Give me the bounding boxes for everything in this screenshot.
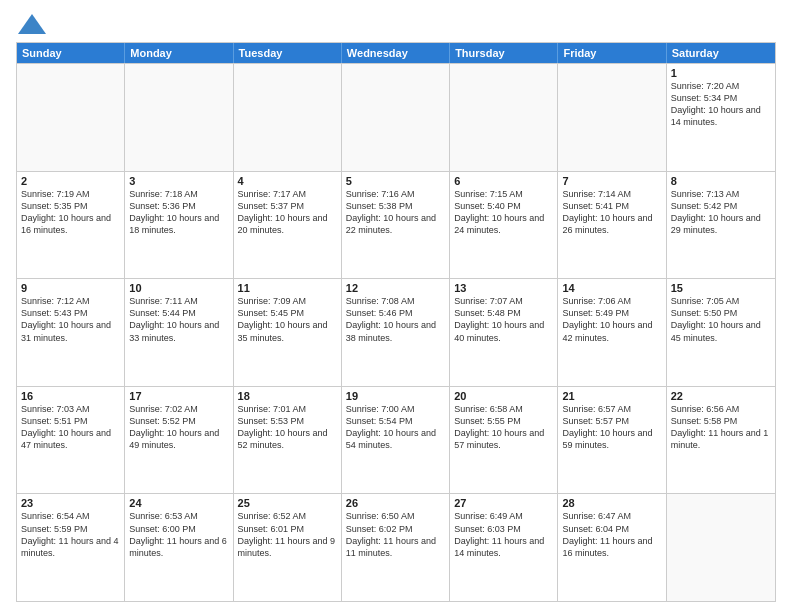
logo xyxy=(16,14,46,34)
day-number: 10 xyxy=(129,282,228,294)
calendar-row: 16Sunrise: 7:03 AM Sunset: 5:51 PM Dayli… xyxy=(17,386,775,494)
weekday-header: Sunday xyxy=(17,43,125,63)
calendar-cell: 6Sunrise: 7:15 AM Sunset: 5:40 PM Daylig… xyxy=(450,172,558,279)
day-info: Sunrise: 7:06 AM Sunset: 5:49 PM Dayligh… xyxy=(562,295,661,344)
calendar-cell: 7Sunrise: 7:14 AM Sunset: 5:41 PM Daylig… xyxy=(558,172,666,279)
day-info: Sunrise: 6:50 AM Sunset: 6:02 PM Dayligh… xyxy=(346,510,445,559)
day-info: Sunrise: 7:15 AM Sunset: 5:40 PM Dayligh… xyxy=(454,188,553,237)
calendar-cell xyxy=(667,494,775,601)
day-info: Sunrise: 7:03 AM Sunset: 5:51 PM Dayligh… xyxy=(21,403,120,452)
day-number: 1 xyxy=(671,67,771,79)
day-number: 3 xyxy=(129,175,228,187)
day-number: 15 xyxy=(671,282,771,294)
day-info: Sunrise: 7:20 AM Sunset: 5:34 PM Dayligh… xyxy=(671,80,771,129)
weekday-header: Friday xyxy=(558,43,666,63)
header xyxy=(16,14,776,34)
calendar-cell: 27Sunrise: 6:49 AM Sunset: 6:03 PM Dayli… xyxy=(450,494,558,601)
day-info: Sunrise: 7:17 AM Sunset: 5:37 PM Dayligh… xyxy=(238,188,337,237)
day-number: 28 xyxy=(562,497,661,509)
calendar-cell: 1Sunrise: 7:20 AM Sunset: 5:34 PM Daylig… xyxy=(667,64,775,171)
day-number: 19 xyxy=(346,390,445,402)
day-info: Sunrise: 7:00 AM Sunset: 5:54 PM Dayligh… xyxy=(346,403,445,452)
day-info: Sunrise: 7:13 AM Sunset: 5:42 PM Dayligh… xyxy=(671,188,771,237)
calendar-cell xyxy=(234,64,342,171)
calendar-cell: 16Sunrise: 7:03 AM Sunset: 5:51 PM Dayli… xyxy=(17,387,125,494)
day-info: Sunrise: 6:57 AM Sunset: 5:57 PM Dayligh… xyxy=(562,403,661,452)
calendar-body: 1Sunrise: 7:20 AM Sunset: 5:34 PM Daylig… xyxy=(17,63,775,601)
day-number: 2 xyxy=(21,175,120,187)
calendar-cell: 12Sunrise: 7:08 AM Sunset: 5:46 PM Dayli… xyxy=(342,279,450,386)
day-info: Sunrise: 7:11 AM Sunset: 5:44 PM Dayligh… xyxy=(129,295,228,344)
day-number: 8 xyxy=(671,175,771,187)
calendar-cell xyxy=(125,64,233,171)
calendar-cell: 22Sunrise: 6:56 AM Sunset: 5:58 PM Dayli… xyxy=(667,387,775,494)
day-number: 22 xyxy=(671,390,771,402)
calendar-cell: 5Sunrise: 7:16 AM Sunset: 5:38 PM Daylig… xyxy=(342,172,450,279)
day-number: 21 xyxy=(562,390,661,402)
weekday-header: Tuesday xyxy=(234,43,342,63)
day-number: 4 xyxy=(238,175,337,187)
day-info: Sunrise: 7:07 AM Sunset: 5:48 PM Dayligh… xyxy=(454,295,553,344)
calendar-cell: 24Sunrise: 6:53 AM Sunset: 6:00 PM Dayli… xyxy=(125,494,233,601)
calendar-cell: 9Sunrise: 7:12 AM Sunset: 5:43 PM Daylig… xyxy=(17,279,125,386)
day-number: 26 xyxy=(346,497,445,509)
day-info: Sunrise: 7:02 AM Sunset: 5:52 PM Dayligh… xyxy=(129,403,228,452)
calendar: SundayMondayTuesdayWednesdayThursdayFrid… xyxy=(16,42,776,602)
calendar-cell: 26Sunrise: 6:50 AM Sunset: 6:02 PM Dayli… xyxy=(342,494,450,601)
day-info: Sunrise: 6:58 AM Sunset: 5:55 PM Dayligh… xyxy=(454,403,553,452)
day-info: Sunrise: 6:47 AM Sunset: 6:04 PM Dayligh… xyxy=(562,510,661,559)
calendar-cell xyxy=(450,64,558,171)
calendar-cell: 11Sunrise: 7:09 AM Sunset: 5:45 PM Dayli… xyxy=(234,279,342,386)
day-info: Sunrise: 7:05 AM Sunset: 5:50 PM Dayligh… xyxy=(671,295,771,344)
calendar-row: 23Sunrise: 6:54 AM Sunset: 5:59 PM Dayli… xyxy=(17,493,775,601)
calendar-cell: 23Sunrise: 6:54 AM Sunset: 5:59 PM Dayli… xyxy=(17,494,125,601)
calendar-cell: 21Sunrise: 6:57 AM Sunset: 5:57 PM Dayli… xyxy=(558,387,666,494)
calendar-cell: 18Sunrise: 7:01 AM Sunset: 5:53 PM Dayli… xyxy=(234,387,342,494)
calendar-cell: 19Sunrise: 7:00 AM Sunset: 5:54 PM Dayli… xyxy=(342,387,450,494)
day-number: 12 xyxy=(346,282,445,294)
calendar-cell xyxy=(17,64,125,171)
calendar-cell: 17Sunrise: 7:02 AM Sunset: 5:52 PM Dayli… xyxy=(125,387,233,494)
day-number: 18 xyxy=(238,390,337,402)
day-info: Sunrise: 6:53 AM Sunset: 6:00 PM Dayligh… xyxy=(129,510,228,559)
calendar-cell: 15Sunrise: 7:05 AM Sunset: 5:50 PM Dayli… xyxy=(667,279,775,386)
day-number: 9 xyxy=(21,282,120,294)
calendar-cell: 25Sunrise: 6:52 AM Sunset: 6:01 PM Dayli… xyxy=(234,494,342,601)
day-number: 14 xyxy=(562,282,661,294)
page: SundayMondayTuesdayWednesdayThursdayFrid… xyxy=(0,0,792,612)
calendar-cell: 3Sunrise: 7:18 AM Sunset: 5:36 PM Daylig… xyxy=(125,172,233,279)
day-number: 13 xyxy=(454,282,553,294)
calendar-cell: 10Sunrise: 7:11 AM Sunset: 5:44 PM Dayli… xyxy=(125,279,233,386)
day-number: 16 xyxy=(21,390,120,402)
weekday-header: Wednesday xyxy=(342,43,450,63)
day-info: Sunrise: 7:12 AM Sunset: 5:43 PM Dayligh… xyxy=(21,295,120,344)
calendar-header: SundayMondayTuesdayWednesdayThursdayFrid… xyxy=(17,43,775,63)
calendar-row: 2Sunrise: 7:19 AM Sunset: 5:35 PM Daylig… xyxy=(17,171,775,279)
svg-marker-0 xyxy=(18,14,46,34)
day-number: 5 xyxy=(346,175,445,187)
day-info: Sunrise: 7:16 AM Sunset: 5:38 PM Dayligh… xyxy=(346,188,445,237)
calendar-cell: 4Sunrise: 7:17 AM Sunset: 5:37 PM Daylig… xyxy=(234,172,342,279)
day-number: 24 xyxy=(129,497,228,509)
calendar-cell: 2Sunrise: 7:19 AM Sunset: 5:35 PM Daylig… xyxy=(17,172,125,279)
day-info: Sunrise: 6:49 AM Sunset: 6:03 PM Dayligh… xyxy=(454,510,553,559)
calendar-cell: 14Sunrise: 7:06 AM Sunset: 5:49 PM Dayli… xyxy=(558,279,666,386)
calendar-cell: 20Sunrise: 6:58 AM Sunset: 5:55 PM Dayli… xyxy=(450,387,558,494)
day-info: Sunrise: 6:54 AM Sunset: 5:59 PM Dayligh… xyxy=(21,510,120,559)
day-number: 7 xyxy=(562,175,661,187)
calendar-row: 9Sunrise: 7:12 AM Sunset: 5:43 PM Daylig… xyxy=(17,278,775,386)
calendar-cell: 8Sunrise: 7:13 AM Sunset: 5:42 PM Daylig… xyxy=(667,172,775,279)
weekday-header: Thursday xyxy=(450,43,558,63)
day-info: Sunrise: 6:56 AM Sunset: 5:58 PM Dayligh… xyxy=(671,403,771,452)
day-number: 23 xyxy=(21,497,120,509)
weekday-header: Monday xyxy=(125,43,233,63)
weekday-header: Saturday xyxy=(667,43,775,63)
day-info: Sunrise: 7:18 AM Sunset: 5:36 PM Dayligh… xyxy=(129,188,228,237)
day-info: Sunrise: 7:09 AM Sunset: 5:45 PM Dayligh… xyxy=(238,295,337,344)
calendar-cell: 28Sunrise: 6:47 AM Sunset: 6:04 PM Dayli… xyxy=(558,494,666,601)
day-number: 25 xyxy=(238,497,337,509)
day-info: Sunrise: 7:01 AM Sunset: 5:53 PM Dayligh… xyxy=(238,403,337,452)
calendar-cell: 13Sunrise: 7:07 AM Sunset: 5:48 PM Dayli… xyxy=(450,279,558,386)
day-info: Sunrise: 7:08 AM Sunset: 5:46 PM Dayligh… xyxy=(346,295,445,344)
day-number: 6 xyxy=(454,175,553,187)
